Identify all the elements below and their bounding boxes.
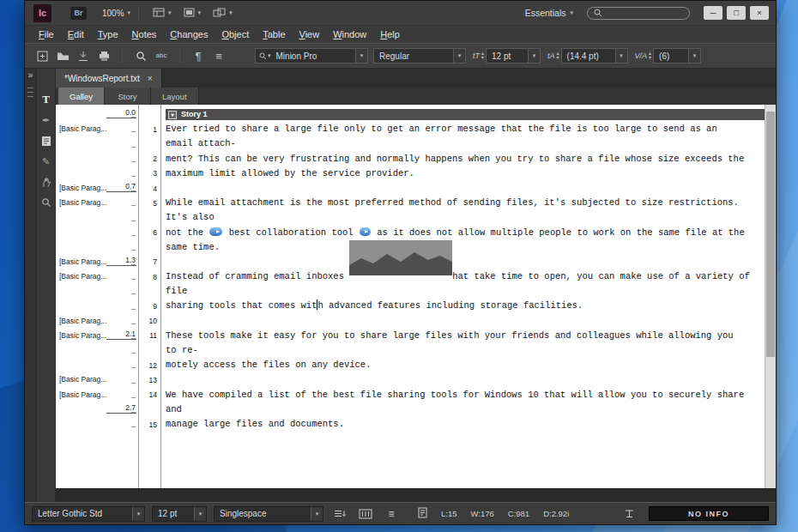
find-icon[interactable] [130,47,151,64]
show-hidden-characters-icon[interactable]: ¶ [188,47,209,64]
notes-panel-icon[interactable] [39,134,54,148]
chevron-down-icon[interactable]: ▾ [132,507,144,521]
arrange-documents-dropdown[interactable]: ▾ [213,5,233,21]
font-size-stepper[interactable]: ▴▾ [481,51,484,60]
document-tab[interactable]: *WindowsReport.txt × [56,69,162,88]
vertical-scrollbar[interactable] [765,105,776,488]
collapse-story-icon[interactable]: ▼ [168,111,177,119]
leading-stepper[interactable]: ▴▾ [557,51,559,60]
maximize-button[interactable]: □ [727,6,746,20]
leading-combo[interactable]: (14.4 pt) ▾ [561,48,628,63]
galley-text[interactable]: These tools make it easy for you to shar… [160,329,765,343]
separator [179,49,180,63]
view-tab-galley[interactable]: Galley [58,88,105,105]
status-menu-icon[interactable]: ≡ [382,506,401,522]
paragraph-style-cell [56,299,138,313]
hand-tool-icon[interactable] [39,175,54,189]
new-document-icon[interactable] [32,47,52,64]
composition-columns-icon[interactable] [356,506,375,522]
line-number [138,107,160,122]
search-icon [594,5,602,21]
workspace-switcher[interactable]: Essentials ▾ [525,8,573,18]
galley-text[interactable]: motely access the files on any device. [160,358,765,372]
chevron-down-icon[interactable]: ▾ [688,49,700,63]
inline-note-anchor-icon[interactable] [209,227,222,236]
minimize-button[interactable]: ─ [704,6,722,20]
status-font-combo[interactable]: Letter Gothic Std ▾ [32,506,145,522]
font-size-combo[interactable]: 12 pt ▾ [486,48,541,63]
zoom-tool-icon[interactable] [39,196,54,209]
galley-text[interactable]: We have compiled a list of the best file… [160,388,765,402]
chevron-down-icon[interactable]: ▾ [311,507,323,521]
type-tool-icon[interactable]: T [39,93,54,106]
view-tab-layout[interactable]: Layout [151,88,199,105]
menu-changes[interactable]: Changes [163,29,215,39]
galley-text[interactable]: email attach- [160,136,765,151]
menu-file[interactable]: File [32,29,61,39]
print-icon[interactable] [94,47,114,64]
menu-window[interactable]: Window [326,29,373,39]
status-spacing-combo[interactable]: Singlespace ▾ [214,506,323,522]
paragraph-style-cell: 0.0 [56,107,138,122]
galley-text[interactable]: file [160,284,765,299]
search-input[interactable] [587,7,690,20]
zoom-level-dropdown[interactable]: 100% ▾ [102,9,130,18]
status-size-combo[interactable]: 12 pt ▾ [152,506,207,522]
galley-text[interactable]: manage large files and documents. [160,417,765,432]
panel-menu-icon[interactable]: ≡ [209,47,229,64]
menu-view[interactable]: View [293,29,327,39]
paragraph-style-cell [56,152,138,166]
chevron-down-icon[interactable]: ▾ [355,49,367,63]
font-style-combo[interactable]: Regular ▾ [373,48,466,63]
screen-mode-dropdown[interactable]: ▾ [184,5,202,21]
galley-text[interactable]: to re- [160,343,765,358]
chevron-down-icon[interactable]: ▾ [615,49,627,63]
galley-text[interactable]: sharing tools that comes with advanced f… [160,299,765,313]
menu-help[interactable]: Help [373,29,407,39]
spellcheck-icon[interactable]: abc [151,47,172,64]
line-spacing-icon[interactable] [330,506,349,522]
tracking-stepper[interactable]: ▴▾ [649,51,651,60]
galley-text[interactable] [160,255,765,269]
galley-text[interactable]: not the best collaboration tool as it do… [160,226,765,240]
close-tab-icon[interactable]: × [148,74,153,83]
bridge-button[interactable]: Br [70,7,87,20]
line-number [138,136,160,151]
inline-note-end-icon[interactable] [360,227,371,236]
chevron-down-icon[interactable]: ▾ [528,49,540,63]
galley-text[interactable]: same time. [160,240,765,255]
galley-text[interactable]: While email attachment is the most prefe… [160,196,765,210]
chevron-down-icon[interactable]: ▾ [194,507,206,521]
galley-text[interactable] [160,314,765,329]
pencil-tool-icon[interactable]: ✎ [39,154,54,168]
scrollbar-thumb[interactable] [766,112,775,357]
galley-text[interactable] [160,372,765,387]
menu-table[interactable]: Table [256,29,292,39]
view-options-dropdown[interactable]: ▾ [153,5,172,21]
view-tab-story[interactable]: Story [105,88,151,105]
chevron-down-icon[interactable]: ▾ [453,49,465,63]
galley-text[interactable]: maximum limit allowed by the service pro… [160,166,765,181]
note-tool-icon[interactable]: ✒ [39,113,54,127]
menu-type[interactable]: Type [91,29,125,39]
font-family-combo[interactable]: ▾ Minion Pro ▾ [255,48,368,63]
copyfit-info-box: NO INFO [649,506,769,521]
menu-object[interactable]: Object [215,29,256,39]
galley-text[interactable]: and [160,402,765,417]
open-folder-icon[interactable] [52,47,73,64]
save-icon[interactable] [73,47,94,64]
galley-text[interactable] [160,181,765,196]
tracking-combo[interactable]: (6) ▾ [653,48,701,63]
panel-dock-collapsed[interactable]: » [25,69,37,502]
galley-text[interactable]: Instead of cramming email inboxes hat ta… [160,269,765,284]
menu-edit[interactable]: Edit [61,29,91,39]
horizontal-scrollbar[interactable] [56,488,776,502]
story-header[interactable]: ▼Story 1 [166,109,765,120]
menu-notes[interactable]: Notes [125,29,164,39]
galley-text[interactable]: Ever tried to share a large file only to… [160,122,765,136]
line-number: 8 [138,269,160,284]
galley-text[interactable]: ment? This can be very frustrating and n… [160,152,765,166]
galley-text[interactable]: It's also [160,210,765,225]
expand-panels-icon[interactable]: » [28,70,33,80]
close-button[interactable]: × [750,6,769,20]
